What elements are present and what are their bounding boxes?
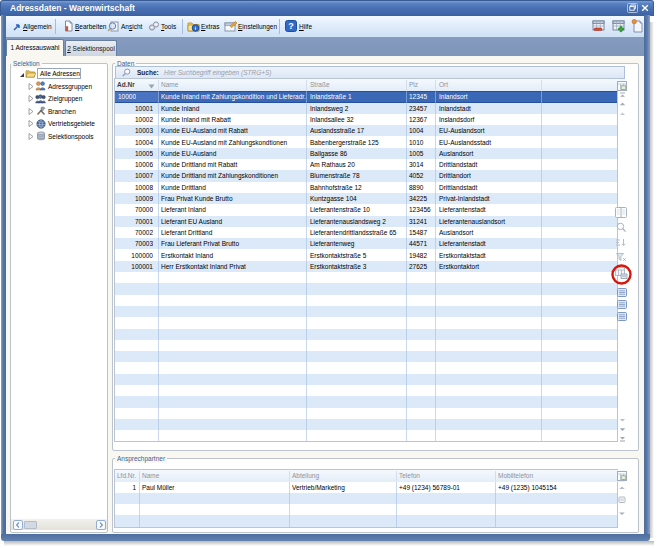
svg-text:?: ? [288, 21, 294, 31]
